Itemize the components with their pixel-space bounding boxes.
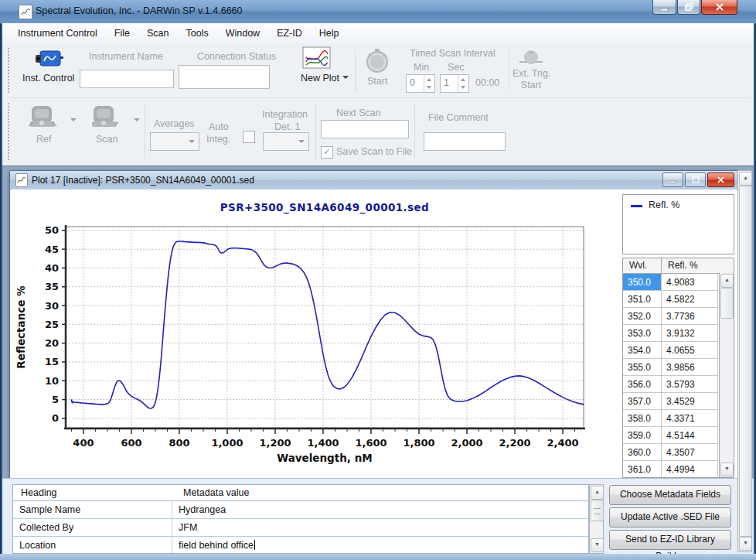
refl-cell[interactable]: 3.7736 bbox=[662, 308, 718, 325]
data-grid-row[interactable]: 361.04.4994 bbox=[623, 461, 734, 478]
wvl-cell[interactable]: 357.0 bbox=[623, 393, 662, 410]
wvl-cell[interactable]: 353.0 bbox=[623, 325, 662, 342]
metadata-heading-cell[interactable]: Sample Name bbox=[13, 501, 172, 518]
refl-cell[interactable]: 4.5822 bbox=[662, 291, 718, 308]
minimize-button[interactable] bbox=[652, 0, 676, 15]
metadata-heading-cell[interactable]: Location bbox=[13, 537, 172, 554]
wvl-cell[interactable]: 352.0 bbox=[623, 308, 662, 325]
plot-restore-button[interactable] bbox=[685, 172, 706, 187]
menu-item-ez-id[interactable]: EZ-ID bbox=[268, 25, 311, 42]
refl-cell[interactable]: 4.4994 bbox=[662, 461, 718, 478]
new-plot-icon[interactable] bbox=[302, 46, 332, 73]
wvl-cell[interactable]: 358.0 bbox=[623, 410, 662, 427]
wvl-cell[interactable]: 351.0 bbox=[623, 291, 662, 308]
new-plot-dropdown-icon[interactable] bbox=[342, 76, 349, 79]
metadata-value-cell[interactable]: field behind office bbox=[172, 537, 255, 554]
metadata-scroll-down-icon[interactable]: ▼ bbox=[591, 538, 604, 552]
data-grid-row[interactable]: 355.03.9856 bbox=[623, 359, 734, 376]
metadata-scroll-thumb[interactable] bbox=[591, 500, 604, 521]
refl-cell[interactable]: 4.5144 bbox=[662, 427, 718, 444]
wvl-cell[interactable]: 361.0 bbox=[623, 461, 662, 478]
wvl-cell[interactable]: 350.0 bbox=[623, 274, 662, 291]
wvl-cell[interactable]: 360.0 bbox=[623, 444, 662, 461]
refl-cell[interactable]: 3.5793 bbox=[662, 376, 718, 393]
col-header-refl[interactable]: Refl. % bbox=[662, 258, 718, 273]
sec-spinner[interactable]: 1 bbox=[440, 74, 469, 93]
data-grid-row[interactable]: 351.04.5822 bbox=[623, 291, 734, 308]
app-vertical-scrollbar[interactable]: ▲ ▼ bbox=[737, 170, 752, 552]
ref-dropdown-icon[interactable] bbox=[70, 118, 77, 121]
refl-cell[interactable]: 3.9856 bbox=[662, 359, 718, 376]
data-grid-row[interactable]: 353.03.9132 bbox=[623, 325, 734, 342]
auto-integ-checkbox[interactable] bbox=[243, 131, 255, 143]
metadata-value-cell[interactable]: JFM bbox=[172, 519, 197, 536]
wavelength-data-grid[interactable]: Wvl. Refl. % 350.04.9083351.04.5822352.0… bbox=[622, 258, 734, 478]
metadata-heading-cell[interactable]: Collected By bbox=[13, 519, 172, 536]
data-grid-row[interactable]: 350.04.9083 bbox=[623, 274, 734, 291]
menu-item-file[interactable]: File bbox=[106, 25, 138, 42]
instrument-control-icon[interactable] bbox=[33, 48, 66, 74]
app-scroll-up-icon[interactable]: ▲ bbox=[739, 172, 752, 186]
refl-cell[interactable]: 3.9132 bbox=[662, 325, 718, 342]
data-grid-row[interactable]: 352.03.7736 bbox=[623, 308, 734, 325]
menu-item-instrument-control[interactable]: Instrument Control bbox=[2, 25, 106, 42]
data-grid-scrollbar[interactable]: ▲ ▼ bbox=[719, 273, 734, 477]
restore-button[interactable] bbox=[677, 0, 700, 15]
menu-item-window[interactable]: Window bbox=[217, 25, 268, 42]
close-button[interactable] bbox=[701, 0, 737, 15]
menu-item-scan[interactable]: Scan bbox=[138, 25, 178, 42]
metadata-scrollbar[interactable]: ▲ ▼ bbox=[589, 484, 604, 554]
menu-item-help[interactable]: Help bbox=[311, 25, 348, 42]
wvl-cell[interactable]: 356.0 bbox=[623, 376, 662, 393]
refl-cell[interactable]: 3.4529 bbox=[662, 393, 718, 410]
data-grid-row[interactable]: 359.04.5144 bbox=[623, 427, 734, 444]
file-comment-field[interactable] bbox=[424, 132, 506, 151]
connection-status-field[interactable] bbox=[179, 65, 270, 89]
scroll-up-icon[interactable]: ▲ bbox=[720, 274, 734, 288]
integration-combobox[interactable] bbox=[263, 132, 309, 151]
save-scan-checkbox[interactable]: ✓ bbox=[321, 146, 333, 159]
update-active-sed-file-button[interactable]: Update Active .SED File bbox=[609, 507, 731, 528]
min-spinner[interactable]: 0 bbox=[406, 74, 435, 93]
metadata-table-header: Heading Metadata value bbox=[13, 485, 588, 501]
metadata-table[interactable]: Heading Metadata value Sample NameHydran… bbox=[12, 484, 589, 554]
title-bar[interactable]: Spectral Evolution, Inc. - DARWin SP v.1… bbox=[0, 0, 756, 24]
inst-control-label[interactable]: Inst. Control bbox=[22, 73, 74, 84]
app-scroll-thumb[interactable] bbox=[739, 186, 752, 537]
timer-readout: 00:00 bbox=[475, 77, 499, 88]
metadata-row[interactable]: Sample NameHydrangea bbox=[13, 501, 588, 519]
plot-window[interactable]: Plot 17 [Inactive]: PSR+3500_SN14A6049_0… bbox=[9, 170, 738, 479]
app-scroll-down-icon[interactable]: ▼ bbox=[739, 537, 752, 551]
data-grid-row[interactable]: 357.03.4529 bbox=[623, 393, 734, 410]
metadata-row[interactable]: Collected ByJFM bbox=[13, 519, 588, 537]
wvl-cell[interactable]: 359.0 bbox=[623, 427, 662, 444]
plot-window-title-bar[interactable]: Plot 17 [Inactive]: PSR+3500_SN14A6049_0… bbox=[10, 171, 737, 190]
plot-minimize-button[interactable] bbox=[662, 172, 683, 187]
data-grid-scroll-thumb[interactable] bbox=[720, 288, 734, 319]
col-header-wvl[interactable]: Wvl. bbox=[623, 258, 662, 273]
plot-close-button[interactable] bbox=[707, 172, 734, 187]
metadata-scroll-up-icon[interactable]: ▲ bbox=[591, 486, 604, 500]
metadata-value-cell[interactable]: Hydrangea bbox=[172, 501, 226, 518]
menu-item-tools[interactable]: Tools bbox=[177, 25, 216, 42]
next-scan-field[interactable] bbox=[321, 120, 409, 138]
refl-cell[interactable]: 4.9083 bbox=[662, 274, 718, 291]
data-grid-row[interactable]: 360.04.3507 bbox=[623, 444, 734, 461]
send-to-ez-id-library-builder-button[interactable]: Send to EZ-ID Library Builder bbox=[609, 530, 731, 550]
scan-dropdown-icon[interactable] bbox=[134, 118, 140, 121]
metadata-row[interactable]: Locationfield behind office bbox=[13, 537, 588, 554]
data-grid-row[interactable]: 356.03.5793 bbox=[623, 376, 734, 393]
data-grid-row[interactable]: 358.04.3371 bbox=[623, 410, 734, 427]
averages-combobox[interactable] bbox=[150, 132, 199, 151]
scroll-down-icon[interactable]: ▼ bbox=[720, 463, 734, 476]
new-plot-label[interactable]: New Plot bbox=[301, 73, 339, 84]
choose-metadata-fields-button[interactable]: Choose Metadata Fields bbox=[609, 485, 731, 505]
wvl-cell[interactable]: 355.0 bbox=[623, 359, 662, 376]
refl-cell[interactable]: 4.0655 bbox=[662, 342, 718, 359]
data-grid-row[interactable]: 354.04.0655 bbox=[623, 342, 734, 359]
wvl-cell[interactable]: 354.0 bbox=[623, 342, 662, 359]
instrument-name-field[interactable] bbox=[80, 70, 174, 88]
refl-cell[interactable]: 4.3371 bbox=[662, 410, 718, 427]
refl-cell[interactable]: 4.3507 bbox=[662, 444, 718, 461]
chart-x-axis-label: Wavelength, nM bbox=[277, 452, 372, 464]
